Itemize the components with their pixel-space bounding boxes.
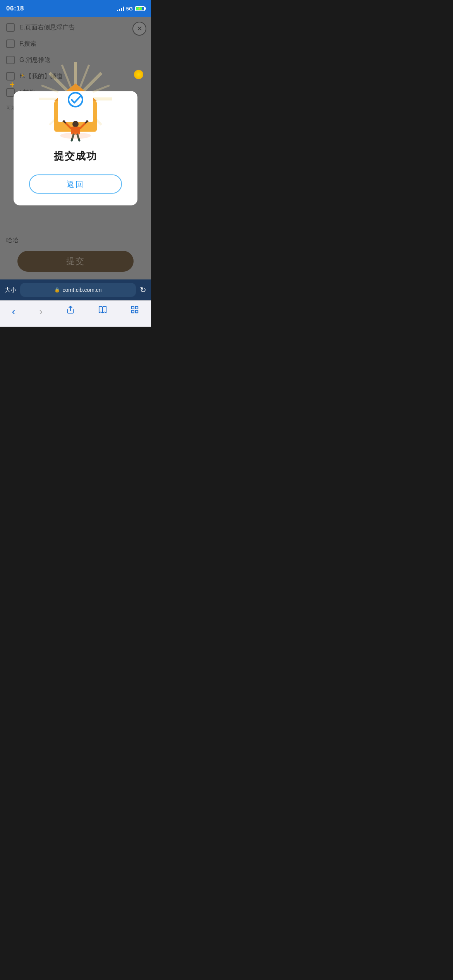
deco-plus-large: +	[10, 80, 15, 90]
deco-circle	[134, 70, 143, 79]
share-icon	[66, 305, 75, 316]
back-button[interactable]: ‹	[9, 305, 19, 318]
svg-point-15	[72, 121, 79, 127]
url-bar[interactable]: 🔒 comt.cib.com.cn	[20, 283, 136, 297]
main-content: ✕ E.页面右侧悬浮广告 F.搜索 G.消息推送 H.【我的】频道 I.	[0, 17, 151, 279]
bookmarks-button[interactable]	[95, 305, 110, 315]
svg-rect-27	[132, 307, 134, 309]
forward-button[interactable]: ›	[36, 305, 46, 318]
url-text: comt.cib.com.cn	[62, 287, 101, 293]
lock-icon: 🔒	[54, 287, 60, 293]
text-size-button[interactable]: 大小	[5, 286, 16, 294]
svg-rect-29	[132, 310, 134, 313]
reload-button[interactable]: ↻	[140, 285, 146, 295]
tabs-button[interactable]	[127, 305, 142, 315]
bookmarks-icon	[98, 305, 107, 315]
success-modal: + +	[14, 91, 137, 206]
battery-icon: ⚡	[135, 6, 145, 11]
background-page: ✕ E.页面右侧悬浮广告 F.搜索 G.消息推送 H.【我的】频道 I.	[0, 17, 151, 279]
signal-icon	[117, 6, 124, 11]
svg-point-25	[60, 133, 91, 139]
svg-rect-28	[136, 307, 138, 309]
back-icon: ‹	[12, 305, 15, 318]
share-button[interactable]	[63, 305, 78, 316]
tabs-icon	[130, 305, 139, 315]
safari-nav: ‹ ›	[0, 300, 151, 327]
browser-bar: 大小 🔒 comt.cib.com.cn ↻	[0, 279, 151, 300]
status-icons: 5G ⚡	[117, 6, 145, 12]
svg-rect-30	[136, 310, 138, 313]
return-button-label: 返回	[67, 179, 84, 189]
status-bar: 06:18 5G ⚡	[0, 0, 151, 17]
return-button[interactable]: 返回	[29, 175, 122, 194]
network-label: 5G	[126, 6, 133, 12]
envelope-illustration	[48, 80, 103, 142]
modal-illustration: + +	[14, 68, 137, 146]
status-time: 06:18	[6, 5, 24, 12]
deco-plus-small: +	[21, 72, 24, 78]
modal-title: 提交成功	[14, 149, 137, 163]
forward-icon: ›	[39, 305, 43, 318]
